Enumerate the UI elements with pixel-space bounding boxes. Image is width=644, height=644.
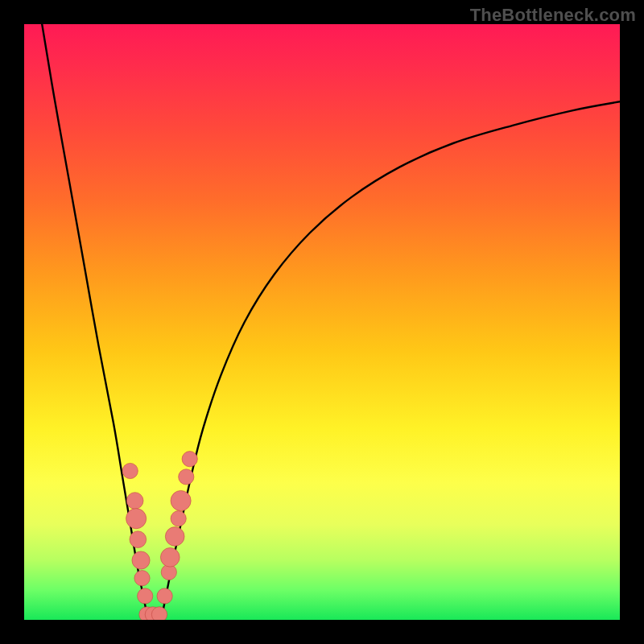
data-marker [179,469,194,485]
data-marker [171,490,191,510]
watermark-text: TheBottleneck.com [470,5,636,26]
data-marker [122,463,138,478]
plot-area [24,24,620,620]
chart-frame: TheBottleneck.com [0,0,644,644]
data-marker [138,588,153,604]
curve-left-branch [42,24,148,620]
data-marker [160,547,180,567]
data-marker [134,571,150,586]
data-marker [130,531,147,548]
marker-group [122,452,197,620]
data-marker [132,551,150,569]
data-marker [126,493,143,510]
curve-layer [24,24,620,620]
data-marker [182,452,197,467]
data-marker [157,588,172,604]
curve-right-branch [161,101,620,620]
data-marker [151,607,167,620]
data-marker [171,511,186,526]
data-marker [165,527,184,547]
data-marker [126,509,147,529]
